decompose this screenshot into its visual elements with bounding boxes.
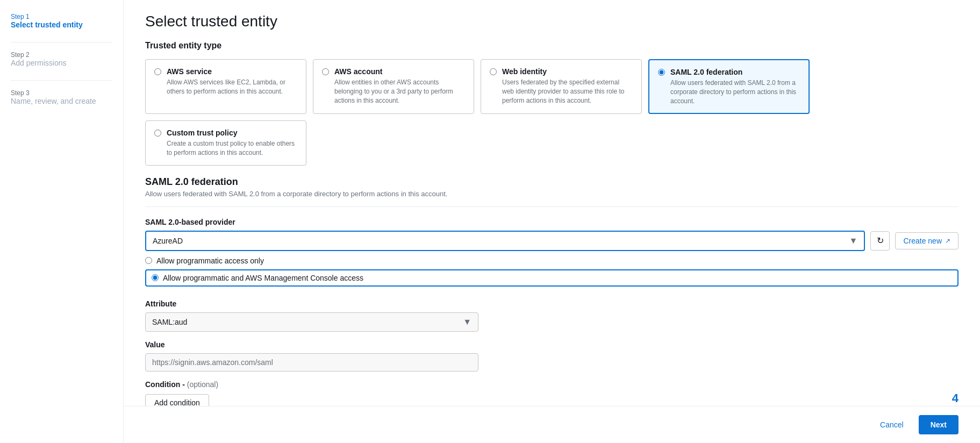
radio-saml-federation[interactable] <box>658 69 665 76</box>
condition-optional-text: (optional) <box>187 380 218 389</box>
aws-service-title: AWS service <box>167 67 297 76</box>
step1-number: Step 1 <box>11 13 112 20</box>
radio-web-identity[interactable] <box>490 68 497 75</box>
saml-federation-title: SAML 2.0 federation <box>670 68 800 76</box>
saml-section-desc: Allow users federated with SAML 2.0 from… <box>145 190 958 198</box>
next-button[interactable]: Next <box>919 415 958 434</box>
page-title: Select trusted entity <box>145 13 958 30</box>
custom-trust-desc: Create a custom trust policy to enable o… <box>167 139 297 158</box>
step3-number: Step 3 <box>11 89 112 97</box>
sidebar-step-1[interactable]: Step 1 Select trusted entity <box>11 13 112 29</box>
entity-card-aws-account[interactable]: AWS account Allow entities in other AWS … <box>313 59 474 114</box>
main-content: Select trusted entity Trusted entity typ… <box>124 0 980 443</box>
access-option-programmatic-console[interactable]: Allow programmatic and AWS Management Co… <box>145 269 958 287</box>
entity-cards-container: AWS service Allow AWS services like EC2,… <box>145 59 958 166</box>
create-new-label: Create new <box>903 237 942 245</box>
custom-trust-title: Custom trust policy <box>167 128 297 137</box>
radio-aws-account[interactable] <box>322 68 329 75</box>
programmatic-only-label: Allow programmatic access only <box>156 256 264 265</box>
radio-custom-trust[interactable] <box>154 130 161 137</box>
provider-select-wrapper[interactable]: ▼ <box>145 231 865 251</box>
web-identity-title: Web identity <box>502 67 633 76</box>
cancel-button[interactable]: Cancel <box>874 416 910 433</box>
radio-aws-service[interactable] <box>154 68 161 75</box>
entity-card-web-identity[interactable]: Web identity Users federated by the spec… <box>481 59 642 114</box>
sidebar-divider-1 <box>11 42 112 42</box>
entity-card-saml-federation[interactable]: SAML 2.0 federation Allow users federate… <box>648 59 810 114</box>
step2-title: Add permissions <box>11 59 112 67</box>
step3-title: Name, review, and create <box>11 97 112 105</box>
counter-badge: 4 <box>952 391 958 405</box>
programmatic-console-label: Allow programmatic and AWS Management Co… <box>163 274 363 282</box>
saml-section: SAML 2.0 federation Allow users federate… <box>145 176 958 411</box>
entity-card-custom-trust[interactable]: Custom trust policy Create a custom trus… <box>145 120 306 166</box>
condition-label: Condition - (optional) <box>145 380 958 389</box>
aws-account-title: AWS account <box>334 67 465 76</box>
access-option-programmatic-only[interactable]: Allow programmatic access only <box>145 256 958 265</box>
aws-service-desc: Allow AWS services like EC2, Lambda, or … <box>167 78 297 96</box>
attribute-label: Attribute <box>145 299 958 308</box>
step1-title: Select trusted entity <box>11 20 112 29</box>
attribute-dropdown-arrow: ▼ <box>456 313 478 331</box>
step2-number: Step 2 <box>11 51 112 59</box>
web-identity-desc: Users federated by the specified externa… <box>502 78 633 105</box>
provider-input[interactable] <box>146 232 843 249</box>
attribute-select-wrapper[interactable]: SAML:aud SAML:sub SAML:iss ▼ <box>145 312 478 332</box>
saml-section-title: SAML 2.0 federation <box>145 176 958 188</box>
trusted-entity-type-label: Trusted entity type <box>145 41 958 51</box>
external-link-icon: ↗ <box>945 237 950 245</box>
provider-row: ▼ ↻ Create new ↗ <box>145 231 958 251</box>
sidebar-divider-2 <box>11 80 112 81</box>
radio-programmatic-only[interactable] <box>145 257 152 264</box>
bottom-bar: Cancel Next <box>124 406 980 443</box>
aws-account-desc: Allow entities in other AWS accounts bel… <box>334 78 465 105</box>
entity-card-aws-service[interactable]: AWS service Allow AWS services like EC2,… <box>145 59 306 114</box>
sidebar: Step 1 Select trusted entity Step 2 Add … <box>0 0 124 443</box>
create-new-button[interactable]: Create new ↗ <box>895 232 958 249</box>
saml-divider <box>145 206 958 207</box>
attribute-select[interactable]: SAML:aud SAML:sub SAML:iss <box>146 313 456 331</box>
sidebar-step-2[interactable]: Step 2 Add permissions <box>11 51 112 67</box>
provider-dropdown-arrow[interactable]: ▼ <box>843 232 864 250</box>
saml-federation-desc: Allow users federated with SAML 2.0 from… <box>670 78 800 105</box>
sidebar-step-3[interactable]: Step 3 Name, review, and create <box>11 89 112 105</box>
value-input[interactable] <box>145 353 478 371</box>
refresh-button[interactable]: ↻ <box>870 231 890 251</box>
radio-programmatic-console[interactable] <box>152 274 159 281</box>
value-label: Value <box>145 340 958 349</box>
provider-label: SAML 2.0-based provider <box>145 218 958 226</box>
